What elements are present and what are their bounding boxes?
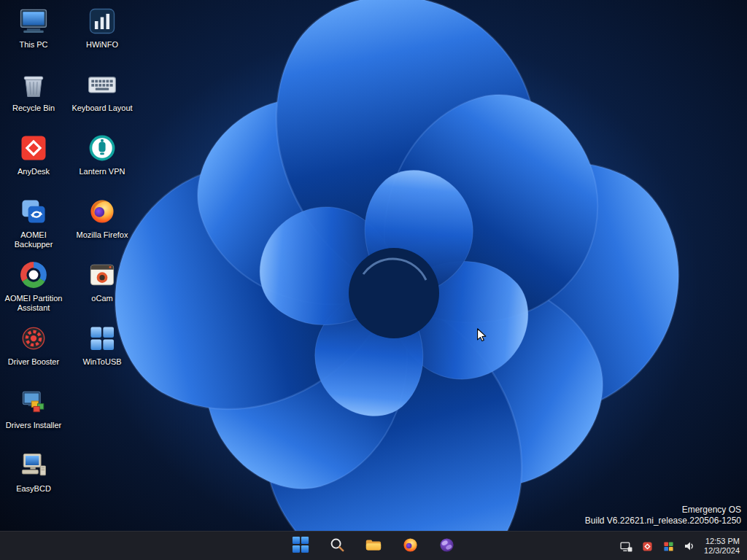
build-line2: Build V6.22621.ni_release.220506-1250 <box>585 516 741 526</box>
desktop: This PC HWiNFO <box>0 0 747 560</box>
purple-app-icon <box>438 537 455 556</box>
desktop-icon-label: AnyDesk <box>18 167 50 176</box>
cursor-arrow-icon <box>474 327 490 343</box>
desktop-icon-label: This PC <box>19 40 47 50</box>
display-network-icon[interactable] <box>619 540 632 553</box>
keyboard-icon <box>85 68 119 101</box>
lantern-vpn-icon <box>85 131 119 165</box>
easybcd-icon <box>17 448 50 482</box>
anydesk-icon <box>17 131 50 165</box>
desktop-icon-label: Lantern VPN <box>80 167 125 176</box>
desktop-icon-drivers-installer[interactable]: Drivers Installer <box>0 381 67 444</box>
firefox-button[interactable] <box>396 534 424 559</box>
folder-icon <box>365 536 382 556</box>
drivers-installer-icon <box>17 385 50 419</box>
desktop-icon-label: Mozilla Firefox <box>77 230 128 240</box>
file-explorer-button[interactable] <box>360 534 387 559</box>
color-profile-icon[interactable] <box>662 540 675 553</box>
desktop-icon-label: WinToUSB <box>82 357 121 367</box>
search-icon <box>329 537 346 556</box>
purple-app-button[interactable] <box>433 534 460 559</box>
desktop-icon-anydesk[interactable]: AnyDesk <box>0 127 67 190</box>
desktop-icon-label: AOMEI Backupper <box>1 230 66 249</box>
wintousb-icon <box>85 322 119 355</box>
desktop-icon-ocam[interactable]: oCam <box>69 254 136 317</box>
build-line1: Emergency OS <box>585 505 741 516</box>
taskbar: 12:53 PM 12/3/2024 <box>0 531 747 560</box>
firefox-icon <box>85 195 119 228</box>
desktop-icon-grid: This PC HWiNFO <box>0 0 137 508</box>
desktop-icon-label: EasyBCD <box>16 484 51 494</box>
hwinfo-icon <box>85 4 119 38</box>
desktop-icon-easybcd[interactable]: EasyBCD <box>0 444 67 508</box>
taskbar-center-icons <box>287 532 460 560</box>
firefox-icon <box>402 537 419 556</box>
recycle-bin-icon <box>17 68 50 101</box>
volume-icon[interactable] <box>683 540 696 553</box>
desktop-icon-label: Keyboard Layout <box>71 104 132 113</box>
search-button[interactable] <box>323 534 351 559</box>
start-button[interactable] <box>287 534 314 559</box>
tray-clock[interactable]: 12:53 PM 12/3/2024 <box>704 537 743 556</box>
desktop-icon-label: Drivers Installer <box>6 421 61 430</box>
windows-logo-icon <box>292 536 309 556</box>
desktop-icon-label: Recycle Bin <box>12 104 55 113</box>
desktop-icon-label: HWiNFO <box>86 40 118 50</box>
desktop-icon-hwinfo[interactable]: HWiNFO <box>69 0 136 63</box>
desktop-icon-label: oCam <box>91 294 112 303</box>
system-tray: 12:53 PM 12/3/2024 <box>619 532 743 560</box>
aomei-backupper-icon <box>17 195 50 228</box>
clock-time: 12:53 PM <box>704 537 740 547</box>
desktop-icon-recycle-bin[interactable]: Recycle Bin <box>0 63 67 127</box>
desktop-icon-driver-booster[interactable]: Driver Booster <box>0 317 67 381</box>
desktop-icon-aomei-partition[interactable]: AOMEI Partition Assistant <box>0 254 67 317</box>
build-info: Emergency OS Build V6.22621.ni_release.2… <box>585 505 741 526</box>
driver-booster-icon <box>17 322 50 355</box>
this-pc-icon <box>17 4 50 38</box>
ocam-icon <box>85 258 119 292</box>
aomei-partition-icon <box>17 258 50 292</box>
desktop-icon-keyboard-layout[interactable]: Keyboard Layout <box>69 63 136 127</box>
clock-date: 12/3/2024 <box>704 546 740 556</box>
desktop-icon-aomei-backupper[interactable]: AOMEI Backupper <box>0 190 67 254</box>
anydesk-tray-icon[interactable] <box>640 540 654 553</box>
desktop-icon-label: Driver Booster <box>8 357 59 367</box>
desktop-icon-this-pc[interactable]: This PC <box>0 0 67 63</box>
desktop-icon-wintousb[interactable]: WinToUSB <box>69 317 136 381</box>
desktop-icon-label: AOMEI Partition Assistant <box>1 294 66 313</box>
desktop-icon-firefox[interactable]: Mozilla Firefox <box>69 190 136 254</box>
desktop-icon-lantern-vpn[interactable]: Lantern VPN <box>69 127 136 190</box>
